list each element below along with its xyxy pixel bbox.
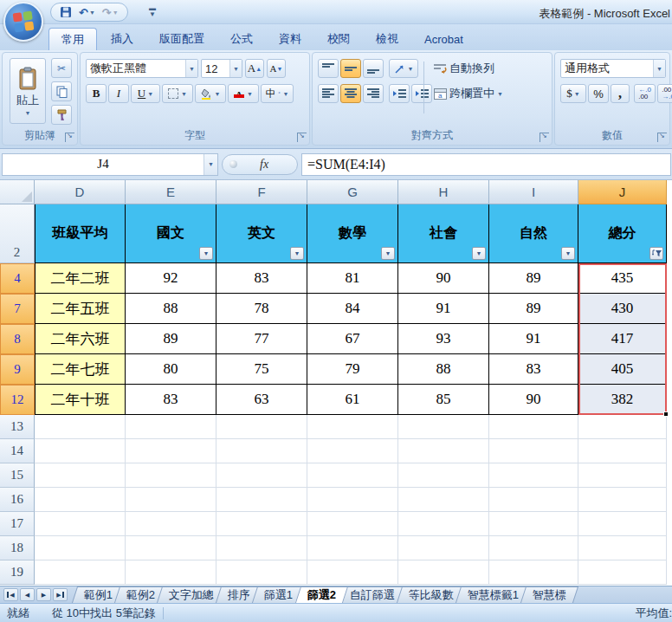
cell-h12[interactable]: 85 <box>398 385 489 415</box>
office-button[interactable] <box>3 2 43 42</box>
row-header-18[interactable]: 18 <box>0 536 35 560</box>
empty-cell[interactable] <box>578 439 667 463</box>
row-header-19[interactable]: 19 <box>0 560 35 585</box>
percent-format-button[interactable]: % <box>588 84 609 103</box>
cell-i12[interactable]: 90 <box>489 385 578 415</box>
filter-applied-button[interactable] <box>649 247 663 260</box>
sheet-tab[interactable]: 智慧標 <box>520 586 578 603</box>
cell-e9[interactable]: 80 <box>126 354 216 385</box>
empty-cell[interactable] <box>126 463 216 488</box>
cell-j12[interactable]: 382 <box>578 385 667 415</box>
row-header-12[interactable]: 12 <box>0 385 35 415</box>
sheet-tab[interactable]: 智慧標籤1 <box>456 586 531 603</box>
empty-cell[interactable] <box>489 560 578 585</box>
empty-cell[interactable] <box>398 439 489 463</box>
header-cell[interactable]: 英文 ▼ <box>216 204 307 263</box>
empty-cell[interactable] <box>578 536 667 560</box>
tab-data[interactable]: 資料 <box>267 28 313 50</box>
cell-d12[interactable]: 二年十班 <box>35 385 126 415</box>
empty-cell[interactable] <box>578 560 667 585</box>
decrease-indent-button[interactable] <box>389 84 410 103</box>
row-header-4[interactable]: 4 <box>0 263 35 294</box>
clipboard-dialog-launcher[interactable] <box>65 133 74 142</box>
cell-i8[interactable]: 91 <box>489 324 578 354</box>
underline-button[interactable]: U▼ <box>131 84 160 103</box>
number-format-combo[interactable]: 通用格式 ▼ <box>560 59 666 78</box>
empty-cell[interactable] <box>35 512 126 536</box>
cell-i9[interactable]: 83 <box>489 354 578 385</box>
empty-cell[interactable] <box>35 439 126 463</box>
number-dialog-launcher[interactable] <box>657 133 667 142</box>
phonetic-guide-button[interactable]: 中ˣ▼ <box>261 84 294 103</box>
column-header-g[interactable]: G <box>307 180 398 204</box>
empty-cell[interactable] <box>307 463 398 488</box>
orientation-button[interactable]: ▼ <box>389 59 418 78</box>
filter-dropdown-button[interactable]: ▼ <box>199 247 213 260</box>
redo-button[interactable]: ↷ ▼ <box>100 4 120 20</box>
cell-j8[interactable]: 417 <box>578 324 667 354</box>
row-header-8[interactable]: 8 <box>0 324 35 354</box>
row-header-7[interactable]: 7 <box>0 294 35 324</box>
column-header-f[interactable]: F <box>216 180 307 204</box>
font-size-combo[interactable]: 12 ▼ <box>201 59 242 78</box>
empty-cell[interactable] <box>307 439 398 463</box>
align-middle-button[interactable] <box>340 59 361 78</box>
font-dialog-launcher[interactable] <box>297 133 307 142</box>
empty-cell[interactable] <box>35 463 126 488</box>
empty-cell[interactable] <box>489 488 578 512</box>
cell-f12[interactable]: 63 <box>216 385 307 415</box>
cell-j4-active[interactable]: 435 <box>578 263 667 294</box>
font-name-combo[interactable]: 微軟正黑體 ▼ <box>86 59 198 78</box>
cell-f8[interactable]: 77 <box>216 324 307 354</box>
fill-handle[interactable] <box>663 411 669 417</box>
tab-home[interactable]: 常用 <box>48 28 97 50</box>
empty-cell[interactable] <box>307 512 398 536</box>
cut-button[interactable]: ✂ <box>51 58 72 78</box>
empty-cell[interactable] <box>126 512 216 536</box>
cell-g4[interactable]: 81 <box>307 263 398 294</box>
increase-decimal-button[interactable]: ←.0.00 <box>634 84 656 103</box>
cell-i7[interactable]: 89 <box>489 294 578 324</box>
cell-f9[interactable]: 75 <box>216 354 307 385</box>
name-box[interactable]: J4 ▼ <box>2 153 218 176</box>
borders-button[interactable]: ▼ <box>162 84 193 103</box>
header-cell[interactable]: 自然 ▼ <box>489 204 578 263</box>
sheet-tab-active[interactable]: 篩選2 <box>295 586 348 603</box>
merge-center-button[interactable]: a 跨欄置中 ▼ <box>430 84 507 103</box>
customize-quick-access-button[interactable]: ▬▼ <box>145 5 159 19</box>
empty-cell[interactable] <box>398 463 489 488</box>
empty-cell[interactable] <box>578 488 667 512</box>
wrap-text-button[interactable]: 自動換列 <box>430 59 498 78</box>
cell-d7[interactable]: 二年五班 <box>35 294 126 324</box>
increase-indent-button[interactable] <box>411 84 432 103</box>
cell-h8[interactable]: 93 <box>398 324 489 354</box>
cell-g8[interactable]: 67 <box>307 324 398 354</box>
cell-h4[interactable]: 90 <box>398 263 489 294</box>
empty-cell[interactable] <box>35 488 126 512</box>
empty-cell[interactable] <box>489 463 578 488</box>
cell-d4[interactable]: 二年二班 <box>35 263 126 294</box>
column-header-e[interactable]: E <box>126 180 216 204</box>
empty-cell[interactable] <box>126 439 216 463</box>
empty-cell[interactable] <box>307 536 398 560</box>
empty-cell[interactable] <box>216 560 307 585</box>
header-cell[interactable]: 國文 ▼ <box>126 204 216 263</box>
empty-cell[interactable] <box>126 488 216 512</box>
row-header-15[interactable]: 15 <box>0 463 35 488</box>
format-painter-button[interactable] <box>51 105 72 125</box>
tab-acrobat[interactable]: Acrobat <box>412 28 475 50</box>
row-header-17[interactable]: 17 <box>0 512 35 536</box>
empty-cell[interactable] <box>35 415 126 439</box>
row-header-16[interactable]: 16 <box>0 488 35 512</box>
cell-i4[interactable]: 89 <box>489 263 578 294</box>
align-right-button[interactable] <box>363 84 384 103</box>
empty-cell[interactable] <box>578 463 667 488</box>
row-header-2[interactable]: 2 <box>0 204 35 263</box>
cell-j7[interactable]: 430 <box>578 294 667 324</box>
cell-e12[interactable]: 83 <box>126 385 216 415</box>
column-header-i[interactable]: I <box>489 180 578 204</box>
column-header-h[interactable]: H <box>398 180 489 204</box>
italic-button[interactable]: I <box>108 84 129 103</box>
empty-cell[interactable] <box>216 536 307 560</box>
cell-d8[interactable]: 二年六班 <box>35 324 126 354</box>
